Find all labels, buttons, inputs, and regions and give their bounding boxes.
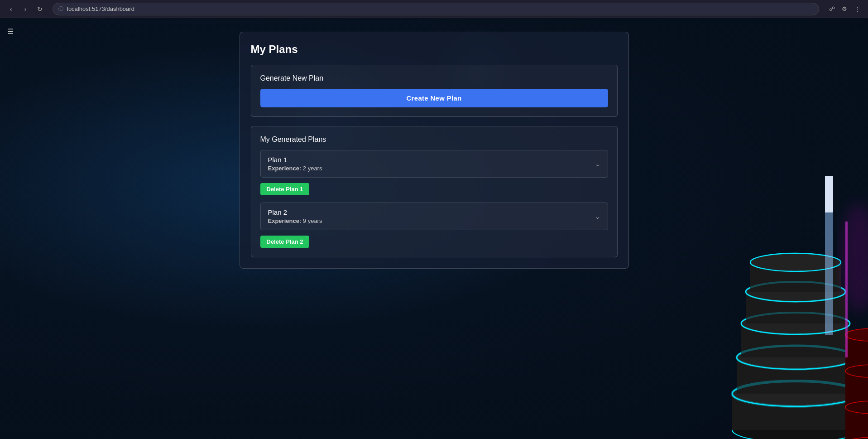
svg-point-19	[845, 437, 868, 439]
svg-rect-15	[845, 335, 868, 439]
svg-point-0	[732, 417, 859, 439]
plan-experience-1: Experience: 2 years	[268, 165, 322, 172]
browser-chrome: ‹ › ↻ ⓘ localhost:5173/dashboard ☍ ⚙ ⋮	[0, 0, 868, 18]
generate-section-title: Generate New Plan	[260, 74, 608, 82]
address-bar: ⓘ localhost:5173/dashboard	[53, 3, 819, 15]
svg-rect-22	[825, 176, 833, 335]
plan-chevron-1: ⌄	[595, 160, 600, 168]
plans-section: My Generated Plans Plan 1 Experience: 2 …	[251, 126, 618, 257]
browser-actions: ☍ ⚙ ⋮	[826, 4, 863, 14]
url-text: localhost:5173/dashboard	[67, 5, 134, 12]
delete-plan-2-button[interactable]: Delete Plan 2	[260, 236, 310, 248]
plan-item-2[interactable]: Plan 2 Experience: 9 years ⌄	[260, 203, 608, 230]
svg-rect-5	[741, 323, 850, 357]
plan-group-2: Plan 2 Experience: 9 years ⌄ Delete Plan…	[260, 203, 608, 248]
extensions-button[interactable]: ⚙	[839, 4, 850, 14]
plan-experience-2: Experience: 9 years	[268, 217, 322, 224]
svg-point-18	[845, 401, 868, 414]
forward-button[interactable]: ›	[20, 4, 31, 14]
plan-name-2: Plan 2	[268, 208, 322, 216]
plan-name-1: Plan 1	[268, 156, 322, 164]
page-title: My Plans	[251, 43, 618, 56]
menu-button[interactable]: ⋮	[852, 4, 863, 14]
reload-button[interactable]: ↻	[34, 4, 45, 14]
svg-rect-21	[845, 222, 848, 357]
svg-point-14	[746, 282, 845, 302]
svg-point-20	[841, 203, 868, 312]
svg-point-10	[750, 253, 841, 271]
create-plan-button[interactable]: Create New Plan	[260, 89, 608, 107]
svg-point-16	[845, 328, 868, 341]
main-card: My Plans Generate New Plan Create New Pl…	[240, 32, 629, 269]
bookmark-button[interactable]: ☍	[826, 4, 837, 14]
plan-chevron-2: ⌄	[595, 213, 600, 220]
sidebar-toggle-button[interactable]: ☰	[5, 25, 15, 38]
page-background: My Plans Generate New Plan Create New Pl…	[0, 18, 868, 439]
plan-info-2: Plan 2 Experience: 9 years	[268, 208, 322, 224]
delete-plan-1-button[interactable]: Delete Plan 1	[260, 183, 310, 195]
svg-point-8	[746, 282, 845, 302]
generate-section: Generate New Plan Create New Plan	[251, 65, 618, 117]
svg-rect-7	[746, 292, 845, 323]
svg-point-13	[741, 313, 850, 334]
svg-rect-3	[737, 357, 854, 394]
svg-rect-9	[750, 262, 841, 292]
plans-section-title: My Generated Plans	[260, 135, 608, 144]
svg-point-11	[732, 381, 859, 406]
svg-point-12	[737, 346, 854, 369]
svg-point-6	[741, 313, 850, 334]
plan-item-1[interactable]: Plan 1 Experience: 2 years ⌄	[260, 150, 608, 178]
plan-group-1: Plan 1 Experience: 2 years ⌄ Delete Plan…	[260, 150, 608, 203]
svg-rect-23	[825, 176, 833, 212]
svg-rect-1	[732, 394, 859, 430]
back-button[interactable]: ‹	[5, 4, 16, 14]
svg-point-2	[732, 381, 859, 406]
plan-info-1: Plan 1 Experience: 2 years	[268, 156, 322, 172]
svg-point-17	[845, 365, 868, 377]
security-icon: ⓘ	[58, 5, 63, 12]
svg-point-4	[737, 346, 854, 369]
